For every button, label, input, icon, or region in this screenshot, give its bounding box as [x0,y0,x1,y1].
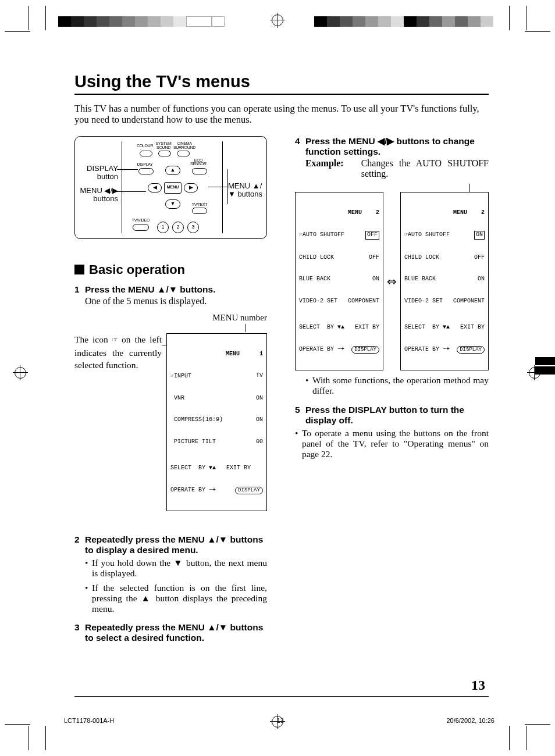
menu-up-button: ▲ [165,166,180,175]
tail-bullets: To operate a menu using the buttons on t… [295,428,489,460]
osd-before-after: MENU2 ☞AUTO SHUTOFFOFF CHILD LOCKOFF BLU… [295,192,489,370]
step-2-bullets: If you hold down the ▼ button, the next … [85,558,267,614]
osd-menu-1: MENU1 ☞INPUTTV VNRON COMPRESS(16:9)ON PI… [166,333,267,511]
intro-text: This TV has a number of functions you ca… [74,103,489,126]
callout-menu-ud: MENU ▲/▼ buttons [228,182,264,199]
left-column: DISPLAY button MENU ◀/▶ buttons MENU ▲/▼… [74,136,267,645]
step-2-heading: 2Repeatedly press the MENU ▲/▼ buttons t… [74,534,267,555]
label-sound: SOUND [155,145,172,149]
step-1-note-row: The icon ☞ on the left indicates the cur… [74,333,267,511]
step-1-body: One of the 5 menus is displayed. [85,296,267,307]
step-3-heading: 3Repeatedly press the MENU ▲/▼ buttons t… [74,622,267,643]
title-rule [74,94,489,95]
remote-body: COLOUR SYSTEM SOUND CINEMA SURROUND DISP… [122,141,223,233]
num-2-button: 2 [172,222,184,233]
step-4-heading: 4Press the MENU ◀/▶ buttons to change fu… [295,136,489,157]
menu-down-button: ▼ [165,199,180,209]
registration-mark-icon [270,714,285,729]
transition-arrow-icon: ⇔ [387,274,397,288]
callout-display: DISPLAY button [77,165,118,181]
page-number-rule [74,696,489,697]
menu-number-label: MENU number [74,313,267,323]
content-area: Using the TV's menus This TV has a numbe… [74,72,489,644]
step-4-bullets: With some functions, the operation metho… [305,375,489,397]
label-colour: COLOUR [136,144,154,148]
menu-center-button: MENU [164,182,182,194]
label-eco: ECOSENSOR [190,159,207,166]
label-system: SYSTEM [155,141,172,145]
registration-mark-icon [13,365,28,380]
label-surround: SURROUND [172,145,197,149]
num-3-button: 3 [187,222,199,233]
osd-menu-2b: MENU2 ☞AUTO SHUTOFFON CHILD LOCKOFF BLUE… [400,192,489,370]
registration-mark-icon [270,13,285,28]
bleed-mark [535,357,555,365]
callout-menu-lr: MENU ◀/▶ buttons [77,187,118,204]
step-4-note: With some functions, the operation metho… [305,375,489,397]
label-tvvideo: TV/VIDEO [129,218,152,222]
tail-note: To operate a menu using the buttons on t… [295,428,489,460]
menu-left-button: ◀ [148,183,162,192]
remote-diagram: DISPLAY button MENU ◀/▶ buttons MENU ▲/▼… [74,136,267,239]
osd-menu-2a: MENU2 ☞AUTO SHUTOFFOFF CHILD LOCKOFF BLU… [295,192,383,370]
page: Using the TV's menus This TV has a numbe… [0,0,555,756]
right-column: 4Press the MENU ◀/▶ buttons to change fu… [295,136,489,645]
step-1-note: The icon ☞ on the left indicates the cur… [74,333,162,511]
step-1-heading: 1Press the MENU ▲/▼ buttons. [74,284,267,295]
page-number: 13 [471,677,485,693]
footer-code: LCT1178-001A-H [64,717,114,724]
footer-date: 20/6/2002, 10:26 [446,717,494,724]
label-tvtext: TV/TEXT [190,202,209,206]
menu-right-button: ▶ [184,183,198,192]
bleed-mark [535,366,555,375]
example-desc: Changes the AUTO SHUTOFF setting. [361,158,489,179]
example-label: Example: [305,158,344,179]
step-4-example: Example: Changes the AUTO SHUTOFF settin… [305,158,489,179]
two-column-layout: DISPLAY button MENU ◀/▶ buttons MENU ▲/▼… [74,136,489,645]
label-cinema: CINEMA [175,141,194,145]
square-bullet-icon [74,265,84,274]
label-display: DISPLAY [135,162,155,166]
step-5-heading: 5Press the DISPLAY button to turn the di… [295,405,489,426]
pointer-icon: ☞ [112,334,118,345]
section-heading-basic: Basic operation [74,262,267,277]
num-1-button: 1 [157,222,169,233]
step-2-bullet-1: If you hold down the ▼ button, the next … [85,558,267,579]
page-title: Using the TV's menus [74,72,489,91]
step-2-bullet-2: If the selected function is on the first… [85,583,267,615]
